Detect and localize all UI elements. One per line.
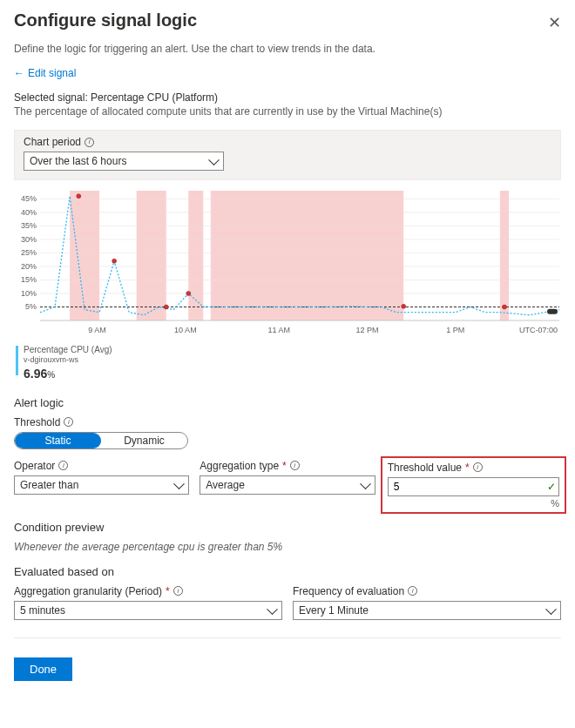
svg-text:11 AM: 11 AM — [267, 326, 290, 334]
operator-label: Operator — [14, 460, 55, 472]
edit-signal-link[interactable]: ← Edit signal — [14, 67, 76, 79]
cpu-chart: 5%10%15%20%25%30%35%40%45%9 AM10 AM11 AM… — [14, 187, 561, 340]
frequency-value: Every 1 Minute — [299, 604, 369, 617]
chart-period-value: Over the last 6 hours — [30, 155, 126, 167]
legend-metric: Percentage CPU (Avg) — [24, 345, 112, 355]
svg-rect-1 — [137, 191, 166, 320]
threshold-label: Threshold — [14, 416, 60, 428]
legend-resource: v-dgirouxvm-ws — [24, 355, 112, 365]
info-icon[interactable]: i — [85, 138, 94, 147]
granularity-value: 5 minutes — [20, 604, 65, 617]
svg-rect-30 — [547, 309, 558, 314]
threshold-unit: % — [388, 498, 559, 509]
arrow-left-icon: ← — [14, 67, 24, 79]
aggregation-type-label: Aggregation type — [200, 460, 279, 472]
operator-value: Greater than — [20, 479, 78, 491]
svg-text:30%: 30% — [21, 235, 37, 244]
frequency-label: Frequency of evaluation — [293, 585, 404, 597]
svg-text:35%: 35% — [21, 221, 37, 230]
svg-text:UTC-07:00: UTC-07:00 — [519, 326, 558, 334]
threshold-value-input[interactable] — [388, 477, 559, 496]
close-icon[interactable]: ✕ — [548, 15, 561, 30]
selected-signal-description: The percentage of allocated compute unit… — [14, 105, 561, 118]
svg-rect-0 — [70, 191, 99, 320]
condition-preview-heading: Condition preview — [14, 521, 561, 534]
chart-legend: Percentage CPU (Avg) v-dgirouxvm-ws 6.96… — [16, 345, 561, 381]
info-icon[interactable]: i — [290, 461, 300, 470]
selected-signal-label: Selected signal: Percentage CPU (Platfor… — [14, 91, 561, 104]
svg-text:10 AM: 10 AM — [174, 326, 197, 334]
page-title: Configure signal logic — [14, 10, 197, 30]
aggregation-type-select[interactable]: Average — [200, 475, 375, 495]
svg-point-24 — [77, 194, 81, 199]
threshold-value-highlight: Threshold value * i ✓ % — [381, 456, 566, 514]
required-asterisk: * — [282, 460, 287, 472]
svg-text:12 PM: 12 PM — [355, 326, 378, 334]
svg-point-29 — [502, 305, 506, 309]
svg-point-27 — [186, 291, 191, 295]
chart-period-label: Chart period — [24, 136, 81, 148]
done-button[interactable]: Done — [14, 657, 72, 681]
svg-point-26 — [164, 305, 168, 309]
granularity-select[interactable]: 5 minutes — [14, 601, 282, 620]
info-icon[interactable]: i — [473, 462, 483, 472]
check-icon: ✓ — [547, 481, 556, 493]
page-subtitle: Define the logic for triggering an alert… — [14, 43, 561, 55]
info-icon[interactable]: i — [64, 417, 73, 427]
svg-text:45%: 45% — [21, 194, 37, 203]
threshold-value-label: Threshold value — [388, 462, 462, 474]
aggregation-type-value: Average — [206, 479, 244, 491]
svg-text:9 AM: 9 AM — [88, 326, 106, 334]
svg-text:25%: 25% — [21, 248, 37, 257]
svg-rect-4 — [500, 191, 509, 320]
svg-text:10%: 10% — [21, 289, 37, 298]
svg-point-25 — [112, 259, 117, 263]
svg-text:1 PM: 1 PM — [446, 326, 464, 334]
svg-text:15%: 15% — [21, 275, 37, 284]
divider — [14, 637, 561, 638]
granularity-label: Aggregation granularity (Period) — [14, 585, 162, 597]
legend-unit: % — [47, 370, 55, 380]
threshold-dynamic-button[interactable]: Dynamic — [101, 433, 187, 448]
info-icon[interactable]: i — [58, 461, 68, 470]
condition-preview-text: Whenever the average percentage cpu is g… — [14, 541, 561, 553]
svg-point-28 — [402, 304, 406, 308]
required-asterisk: * — [166, 585, 170, 597]
chart-period-bar: Chart period i Over the last 6 hours — [14, 130, 561, 180]
frequency-select[interactable]: Every 1 Minute — [293, 601, 561, 620]
legend-color-bar — [16, 346, 18, 375]
chart-period-select[interactable]: Over the last 6 hours — [24, 152, 224, 171]
threshold-toggle: Static Dynamic — [14, 432, 188, 449]
svg-text:40%: 40% — [21, 208, 37, 217]
alert-logic-heading: Alert logic — [14, 396, 561, 409]
legend-value: 6.96 — [24, 367, 47, 381]
info-icon[interactable]: i — [173, 586, 183, 596]
required-asterisk: * — [465, 462, 470, 474]
edit-signal-label: Edit signal — [28, 67, 76, 79]
info-icon[interactable]: i — [408, 586, 417, 596]
svg-rect-3 — [211, 191, 403, 320]
svg-text:20%: 20% — [21, 262, 37, 271]
svg-rect-2 — [188, 191, 203, 320]
svg-text:5%: 5% — [25, 302, 37, 311]
operator-select[interactable]: Greater than — [14, 475, 189, 495]
threshold-static-button[interactable]: Static — [15, 433, 101, 448]
evaluated-heading: Evaluated based on — [14, 565, 561, 578]
